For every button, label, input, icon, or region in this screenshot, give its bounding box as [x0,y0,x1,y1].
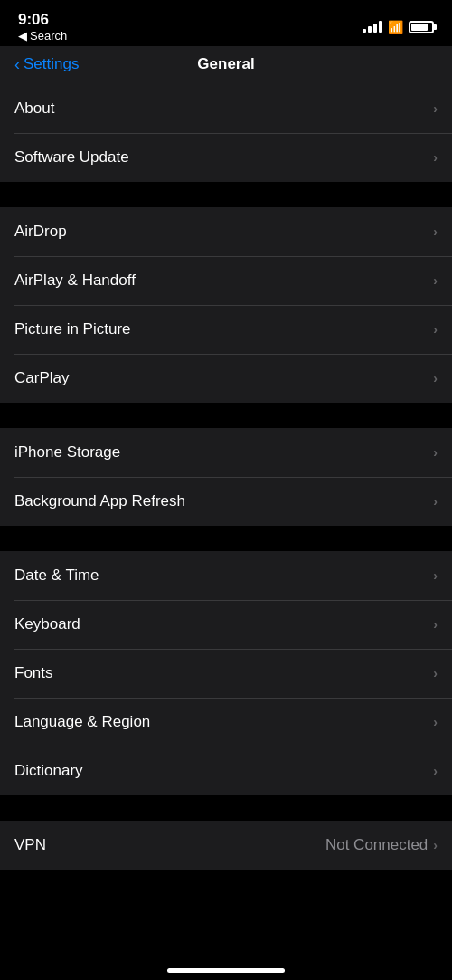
keyboard-row[interactable]: Keyboard › [0,600,452,649]
language-region-label: Language & Region [14,713,150,731]
airdrop-chevron-icon: › [433,224,438,239]
vpn-row[interactable]: VPN Not Connected › [0,821,452,870]
background-app-refresh-row[interactable]: Background App Refresh › [0,477,452,526]
vpn-label: VPN [14,836,46,854]
fonts-chevron-icon: › [433,666,438,680]
back-arrow-icon: ◀ [18,29,27,43]
vpn-value: Not Connected [325,836,428,854]
language-region-row[interactable]: Language & Region › [0,698,452,747]
software-update-chevron-icon: › [433,150,438,165]
back-button-label: Settings [24,55,79,73]
nav-header: ‹ Settings General [0,46,452,84]
vpn-row-right: Not Connected › [325,836,438,854]
page-title: General [197,55,254,73]
keyboard-row-right: › [433,617,438,632]
software-update-row-right: › [433,150,438,165]
about-row-right: › [433,101,438,116]
fonts-label: Fonts [14,664,53,682]
airplay-handoff-chevron-icon: › [433,273,438,288]
fonts-row[interactable]: Fonts › [0,649,452,698]
airplay-handoff-row[interactable]: AirPlay & Handoff › [0,256,452,305]
picture-in-picture-row-right: › [433,322,438,337]
carplay-row-right: › [433,371,438,385]
signal-bar-4 [379,21,382,33]
section-divider-3 [0,526,452,551]
dictionary-label: Dictionary [14,762,83,780]
picture-in-picture-chevron-icon: › [433,322,438,337]
date-time-label: Date & Time [14,566,99,585]
carplay-chevron-icon: › [433,371,438,385]
keyboard-chevron-icon: › [433,617,438,632]
vpn-section: VPN Not Connected › [0,821,452,870]
about-chevron-icon: › [433,101,438,116]
status-bar: 9:06 ◀ Search 📶 [0,0,452,46]
language-region-chevron-icon: › [433,715,438,729]
iphone-storage-label: iPhone Storage [14,443,120,461]
about-label: About [14,100,54,118]
back-chevron-icon: ‹ [14,55,20,74]
home-indicator [167,968,285,973]
status-right: 📶 [363,20,434,34]
date-time-row-right: › [433,568,438,583]
dictionary-chevron-icon: › [433,764,438,778]
date-time-chevron-icon: › [433,568,438,583]
section-divider-2 [0,403,452,428]
signal-icon [363,21,382,33]
airplay-handoff-label: AirPlay & Handoff [14,271,136,290]
picture-in-picture-label: Picture in Picture [14,320,131,338]
signal-bar-2 [368,26,372,33]
settings-section-4: Date & Time › Keyboard › Fonts › Languag… [0,551,452,795]
settings-section-1: About › Software Update › [0,84,452,182]
page-wrapper: 9:06 ◀ Search 📶 ‹ Settings General [0,0,452,980]
section-divider-1 [0,182,452,207]
airdrop-row-right: › [433,224,438,239]
status-left: 9:06 ◀ Search [18,11,67,43]
background-app-refresh-label: Background App Refresh [14,492,185,510]
iphone-storage-row-right: › [433,445,438,460]
status-search-area: ◀ Search [18,29,67,43]
about-row[interactable]: About › [0,84,452,133]
airdrop-label: AirDrop [14,223,67,241]
carplay-row[interactable]: CarPlay › [0,354,452,403]
vpn-chevron-icon: › [433,838,438,852]
software-update-row[interactable]: Software Update › [0,133,452,182]
software-update-label: Software Update [14,148,129,167]
signal-bar-1 [363,29,366,33]
settings-section-3: iPhone Storage › Background App Refresh … [0,428,452,526]
settings-section-2: AirDrop › AirPlay & Handoff › Picture in… [0,207,452,403]
iphone-storage-chevron-icon: › [433,445,438,460]
date-time-row[interactable]: Date & Time › [0,551,452,600]
status-time: 9:06 [18,11,67,29]
section-divider-4 [0,795,452,821]
background-app-refresh-row-right: › [433,494,438,509]
battery-icon [409,21,434,33]
dictionary-row[interactable]: Dictionary › [0,747,452,795]
battery-fill [411,24,428,31]
picture-in-picture-row[interactable]: Picture in Picture › [0,305,452,354]
airplay-handoff-row-right: › [433,273,438,288]
language-region-row-right: › [433,715,438,729]
background-app-refresh-chevron-icon: › [433,494,438,509]
fonts-row-right: › [433,666,438,680]
airdrop-row[interactable]: AirDrop › [0,207,452,256]
back-button[interactable]: ‹ Settings [14,55,79,74]
keyboard-label: Keyboard [14,615,80,633]
iphone-storage-row[interactable]: iPhone Storage › [0,428,452,477]
carplay-label: CarPlay [14,369,69,387]
search-label: Search [30,29,67,43]
signal-bar-3 [373,24,377,33]
wifi-icon: 📶 [388,20,403,34]
dictionary-row-right: › [433,764,438,778]
content-area: About › Software Update › AirDrop › [0,84,452,956]
